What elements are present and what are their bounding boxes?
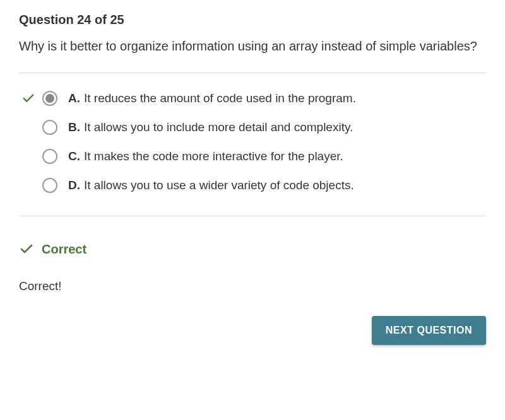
next-question-button[interactable]: NEXT QUESTION [372,316,486,345]
choice-c[interactable]: C.It makes the code more interactive for… [19,149,486,164]
choice-label: D.It allows you to use a wider variety o… [68,178,354,192]
choice-label: B.It allows you to include more detail a… [68,120,353,134]
feedback-heading: Correct [19,242,486,257]
choice-text: It allows you to use a wider variety of … [84,178,354,192]
question-text: Why is it better to organize information… [19,37,486,55]
choice-text: It makes the code more interactive for t… [84,149,343,163]
radio-button-d[interactable] [42,178,57,193]
question-header: Question 24 of 25 [19,13,486,27]
feedback-section: Correct Correct! NEXT QUESTION [19,216,486,345]
radio-col [40,91,59,106]
radio-button-c[interactable] [42,149,57,164]
choice-text: It allows you to include more detail and… [84,120,353,134]
choice-b[interactable]: B.It allows you to include more detail a… [19,120,486,135]
check-icon [21,91,35,105]
feedback-heading-text: Correct [42,242,86,257]
choice-label: C.It makes the code more interactive for… [68,149,343,163]
choice-letter: B. [68,120,80,134]
choice-a[interactable]: A.It reduces the amount of code used in … [19,91,486,106]
radio-button-a[interactable] [42,91,57,106]
check-icon [19,242,34,257]
radio-button-b[interactable] [42,120,57,135]
button-row: NEXT QUESTION [19,316,486,345]
choices-list: A.It reduces the amount of code used in … [19,73,486,216]
radio-col [40,178,59,193]
choice-d[interactable]: D.It allows you to use a wider variety o… [19,178,486,193]
choice-letter: C. [68,149,80,163]
radio-col [40,120,59,135]
choice-label: A.It reduces the amount of code used in … [68,91,356,105]
radio-col [40,149,59,164]
feedback-message: Correct! [19,279,486,293]
choice-letter: D. [68,178,80,192]
correct-check-col [19,91,38,105]
choice-letter: A. [68,91,80,105]
choice-text: It reduces the amount of code used in th… [84,91,356,105]
